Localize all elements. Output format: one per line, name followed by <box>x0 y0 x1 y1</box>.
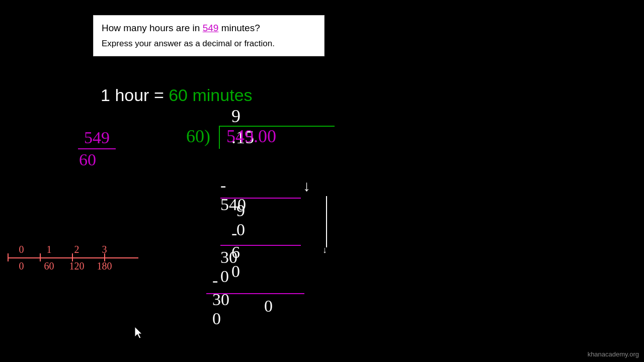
tick-2 <box>72 253 73 261</box>
arrow-2-vert <box>326 221 327 247</box>
question-line: How many hours are in 549 minutes? <box>102 23 316 34</box>
sub2-underline <box>220 245 301 246</box>
question-post-text: minutes? <box>218 23 260 33</box>
arrow-1: ↓ <box>303 177 310 195</box>
eq-minutes: minutes <box>192 85 252 105</box>
tick-0 <box>8 253 9 261</box>
fraction-numerator: 549 <box>84 128 110 147</box>
sub1-underline <box>220 198 301 199</box>
eq-sixty: 60 <box>169 85 188 105</box>
divisor: 60) <box>186 126 210 147</box>
dividend: 549.00 <box>226 126 276 147</box>
question-pre-text: How many hours are in <box>102 23 203 33</box>
main-content: 1 hour = 60 minutes 549 60 9 .15 60) 549… <box>0 80 644 362</box>
number-line-bot-labels: 0 60 120 180 <box>8 260 138 272</box>
question-box: How many hours are in 549 minutes? Expre… <box>93 15 325 56</box>
cursor <box>135 327 145 337</box>
svg-marker-0 <box>135 327 142 338</box>
nl-bot-label-60: 60 <box>35 260 63 272</box>
question-subtext: Express your answer as a decimal or frac… <box>102 39 316 49</box>
tick-3 <box>104 253 105 261</box>
bracket-left-line <box>219 126 220 149</box>
fraction-denominator: 60 <box>79 150 96 169</box>
fraction-area: 549 60 <box>78 128 116 169</box>
eq-hour: hour <box>115 85 149 105</box>
divisor-value: 60 <box>186 126 204 146</box>
sub3-underline <box>206 293 304 294</box>
final-zero: 0 <box>264 297 273 316</box>
eq-equals: = <box>154 85 164 105</box>
tick-1 <box>40 253 41 261</box>
nl-bot-label-180: 180 <box>91 260 118 272</box>
equation-line: 1 hour = 60 minutes <box>101 85 253 105</box>
number-line-area: 0 1 2 3 0 60 120 180 <box>8 244 138 272</box>
arrow-2-head: ↓ <box>323 245 327 255</box>
arrow-1-vert <box>326 196 327 221</box>
number-line <box>8 257 138 258</box>
fraction-line <box>78 148 116 149</box>
nl-top-label-2: 2 <box>63 244 91 255</box>
nl-bot-label-120: 120 <box>63 260 91 272</box>
subtraction-3: - 30 0 <box>212 271 229 328</box>
eq-one: 1 <box>101 85 110 105</box>
nl-top-label-0: 0 <box>8 244 35 255</box>
highlighted-number: 549 <box>203 23 219 33</box>
nl-bot-label-0: 0 <box>8 260 35 272</box>
watermark: khanacademy.org <box>588 350 639 358</box>
dividend-value: 549.00 <box>226 126 276 146</box>
number-line-container <box>8 257 138 258</box>
number-line-top-labels: 0 1 2 3 <box>8 244 138 255</box>
